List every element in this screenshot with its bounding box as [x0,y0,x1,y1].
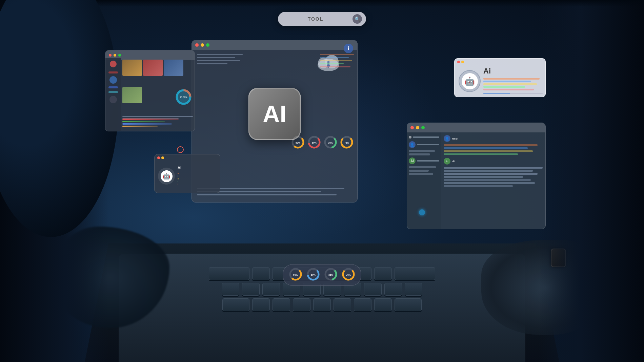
key [222,298,249,311]
maximize-dot[interactable] [421,126,425,129]
key [313,298,331,311]
key [273,298,290,311]
key [354,298,371,311]
gauge-svg: 35% [324,267,338,281]
progress-bar-container [483,93,543,94]
left-analytics-window[interactable]: 25.01% [105,50,195,131]
ai-chat-row[interactable]: AI [409,157,439,165]
bar-row [122,123,172,125]
code-line [483,81,531,82]
image-thumb-3 [164,60,183,76]
right-chat-window[interactable]: 👤 AI 👤 user AI [407,123,546,229]
close-dot[interactable] [410,126,414,129]
close-dot[interactable] [195,43,199,47]
key [252,267,270,280]
chat-list-item[interactable] [409,170,429,172]
maximize-dot[interactable] [206,43,209,47]
bar-row [122,126,158,127]
info-icon[interactable]: i [344,44,353,53]
chat-line [444,150,533,152]
donut-chart: 25.01% [174,88,193,108]
chat-list-item[interactable] [409,166,436,168]
text-line [197,194,337,195]
gauge-svg: 75% [341,267,356,281]
label [413,136,439,138]
svg-text:60%: 60% [311,274,316,276]
cursor-visual [177,146,184,153]
gauge-chart: 75% [340,135,354,149]
chat-line [444,179,531,181]
key [384,283,402,296]
text-line [197,57,235,58]
minimize-dot[interactable] [416,126,419,129]
new-chat-button[interactable] [409,135,439,139]
search-bar[interactable]: TOOL 🔍 [278,12,366,26]
key [334,298,351,311]
ai-chat-icon: AI [409,157,416,164]
sidebar-item [108,71,118,73]
right-text-area [320,54,354,69]
search-icon[interactable]: 🔍 [353,14,362,24]
code-line [483,83,537,85]
minimize-dot[interactable] [114,54,116,57]
gauge-bottom-35: 35% [324,267,338,283]
gauge-60: 60% [307,135,321,149]
svg-text:35%: 35% [328,142,333,144]
bot-face: 🤖 [462,73,478,89]
bar-row [122,119,179,120]
chat-line [444,173,538,175]
key [374,267,392,280]
chat-list-item[interactable] [409,150,435,152]
sidebar-item [108,86,118,88]
ai-top-right-panel[interactable]: 🤖 Ai [454,58,546,97]
maximize-dot[interactable] [118,54,121,57]
gauge-bottom-50: 50% [288,267,303,283]
gauge-bottom-60: 60% [306,267,320,283]
text-line [122,116,193,117]
sidebar-item [108,91,118,93]
key [374,298,392,311]
ai-label: Ai [452,159,455,163]
ai-label-small: Ai [175,166,181,171]
chat-line [444,167,543,169]
key [293,298,310,311]
gauge-chart: 35% [323,135,338,149]
bot-face-small: 🤖 [161,170,173,182]
close-dot-sm[interactable] [157,156,160,159]
chat-main-content: 👤 user AI Ai [441,132,545,229]
key [222,283,239,296]
text-line [197,60,240,61]
bot-window-dots [157,156,164,159]
key-row-3 [139,298,505,311]
text-line [320,63,344,64]
analytics-window-container: 25.01% [105,50,195,131]
close-dot-sm[interactable] [457,61,460,63]
close-dot[interactable] [109,54,112,57]
code-line [178,175,178,177]
chat-line [444,147,528,149]
minimize-dot[interactable] [201,43,204,47]
dark-right-overlay [539,0,644,362]
chat-sidebar: 👤 AI [407,132,441,229]
code-line [483,89,534,90]
bar-chart [122,119,193,127]
minimize-dot-sm[interactable] [461,61,464,63]
svg-text:25.01%: 25.01% [180,96,187,99]
chat-titlebar [407,123,545,132]
chat-list-item[interactable] [409,153,430,155]
user-chat-row[interactable]: 👤 [409,141,439,149]
code-line [483,78,540,80]
panel-dots [457,61,464,63]
image-thumb-4 [122,87,142,103]
ai-panel-content: Ai [481,64,545,97]
chat-list-item[interactable] [409,173,433,175]
chat-window-container: 👤 AI 👤 user AI [407,123,546,229]
text-line [320,60,352,61]
user-icon-chat: 👤 [444,135,450,142]
ai-bot-small-window[interactable]: 🤖 Ai [154,154,220,193]
user-label: user [452,137,459,140]
minimize-dot-sm[interactable] [161,156,164,159]
gauge-svg: 50% [288,267,303,281]
gauge-75: 75% [340,135,354,149]
text-line [320,57,349,58]
